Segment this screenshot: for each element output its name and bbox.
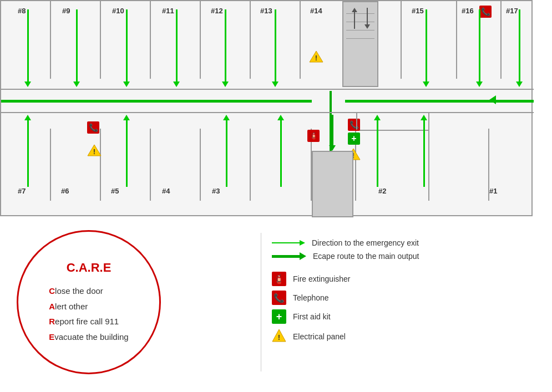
- arrow-up-2b: [421, 115, 427, 187]
- svg-text:!: !: [315, 54, 317, 62]
- floorplan: #8 #9 #10 #11 #12 #13 #14 #15 #16 #17: [0, 0, 533, 216]
- arrow-down-11: [173, 9, 180, 87]
- extinguisher-3: 🧯: [307, 130, 320, 142]
- arrow-up-7: [24, 115, 31, 187]
- legend-row-electrical: ! Electrical panel: [272, 328, 527, 345]
- room-label-5: #5: [111, 187, 119, 195]
- extinguisher-legend-icon: 🧯: [272, 272, 286, 286]
- corridor-line-left: [1, 100, 312, 103]
- legend: Direction to the emergency exit Ecape ro…: [272, 238, 527, 349]
- legend-row-thick-arrow: Ecape route to the main output: [272, 252, 527, 261]
- phone-icon-6: 📞: [87, 121, 99, 134]
- room-divider: [500, 1, 502, 79]
- legend-electrical-label: Electrical panel: [293, 332, 346, 341]
- room-divider: [100, 1, 101, 79]
- arrow-up-3: [277, 115, 284, 187]
- top-rooms: #8 #9 #10 #11 #12 #13 #14 #15 #16 #17: [1, 1, 534, 90]
- arrow-down-10: [123, 9, 130, 87]
- room-label-2: #2: [378, 187, 386, 195]
- room-divider-bot: [428, 129, 429, 201]
- care-item-c: Close the door: [49, 284, 128, 298]
- room-label-13: #13: [260, 7, 272, 15]
- thin-arrow-icon: [272, 240, 305, 246]
- room-label-4: #4: [162, 187, 170, 195]
- legend-firstaid-label: First aid kit: [293, 312, 331, 321]
- arrow-down-13: [272, 9, 278, 87]
- legend-telephone-label: Telephone: [293, 293, 329, 302]
- room-divider: [250, 1, 251, 79]
- room-divider-bot: [150, 129, 151, 201]
- arrow-down-17: [516, 9, 523, 87]
- corridor-arrow-left: [489, 95, 496, 104]
- arrow-up-5: [123, 115, 130, 187]
- corridor-line-right: [345, 100, 534, 103]
- svg-text:!: !: [93, 147, 95, 156]
- legend-extinguisher-label: Fire extinguisher: [293, 274, 351, 283]
- electrical-legend-icon: !: [272, 328, 286, 345]
- legend-thin-arrow-label: Direction to the emergency exit: [312, 238, 419, 247]
- arrow-down-8: [24, 9, 31, 87]
- thick-arrow-icon: [272, 252, 306, 260]
- bottom-rooms: #7 #6 #5 #4 #3 #2 #1 📞 ! 🧯 📞 +: [1, 112, 534, 201]
- stairwell-bottom: [312, 151, 353, 217]
- inner-wall: [428, 113, 429, 130]
- arrow-down-12: [222, 9, 229, 87]
- room-divider: [300, 1, 301, 79]
- room-label-3: #3: [212, 187, 220, 195]
- legend-row-thin-arrow: Direction to the emergency exit: [272, 238, 527, 247]
- room-divider: [456, 1, 457, 79]
- warning-6: !: [87, 144, 102, 159]
- arrow-up-4: [223, 115, 230, 187]
- sub-div: [356, 130, 428, 131]
- legend-row-extinguisher: 🧯 Fire extinguisher: [272, 272, 527, 286]
- legend-separator: [261, 233, 261, 371]
- room-label-16: #16: [462, 7, 474, 15]
- room-divider-bot: [100, 129, 101, 201]
- room-label-7: #7: [18, 187, 26, 195]
- care-item-e: Evacuate the building: [49, 330, 128, 344]
- warning-14: !: [309, 50, 323, 65]
- room-divider: [200, 1, 201, 79]
- room-divider-bot: [250, 129, 251, 201]
- inner-wall: [356, 113, 357, 130]
- care-item-r: Report fire call 911: [49, 314, 128, 329]
- stairwell-top: [342, 1, 378, 87]
- telephone-legend-icon: 📞: [272, 291, 286, 305]
- care-title: C.A.R.E: [67, 261, 112, 275]
- firstaid-2: +: [348, 133, 360, 145]
- arrow-down-exit: [329, 115, 336, 151]
- legend-row-telephone: 📞 Telephone: [272, 291, 527, 305]
- legend-thick-arrow-label: Ecape route to the main output: [313, 252, 419, 261]
- firstaid-legend-icon: +: [272, 309, 286, 324]
- room-divider-bot: [50, 129, 51, 201]
- room-label-1: #1: [489, 187, 497, 195]
- room-label-10: #10: [112, 7, 124, 15]
- arrow-up-2a: [374, 115, 381, 187]
- arrow-down-9: [73, 9, 80, 87]
- phone-icon-2: 📞: [348, 119, 360, 131]
- arrow-down-16: [476, 9, 483, 87]
- room-divider-bot: [200, 129, 201, 201]
- room-label-6: #6: [61, 187, 69, 195]
- room-divider: [50, 1, 51, 79]
- svg-text:!: !: [278, 333, 280, 342]
- room-label-14: #14: [310, 7, 322, 15]
- room-label-11: #11: [162, 7, 174, 15]
- legend-row-firstaid: + First aid kit: [272, 309, 527, 324]
- room-divider: [150, 1, 151, 79]
- care-item-a: Alert other: [49, 299, 128, 314]
- room-label-15: #15: [412, 7, 424, 15]
- arrow-down-15: [423, 9, 429, 87]
- room-label-12: #12: [211, 7, 223, 15]
- room-divider: [401, 1, 402, 79]
- care-circle: C.A.R.E Close the door Alert other Repor…: [17, 230, 161, 374]
- room-label-9: #9: [62, 7, 70, 15]
